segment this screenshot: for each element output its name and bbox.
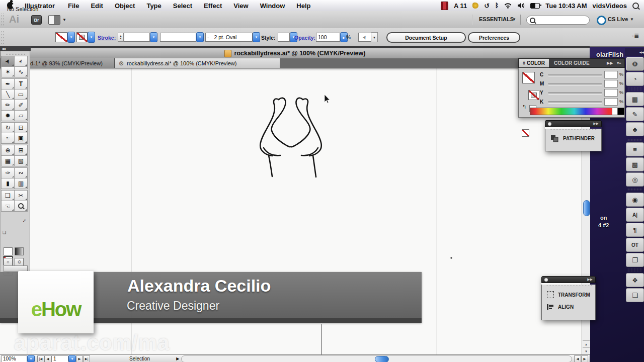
menu-item-type[interactable]: Type — [146, 2, 161, 10]
color-spectrum-bar[interactable] — [530, 108, 612, 115]
document-tab-active[interactable]: ⊗ rockabillydress.ai* @ 100% (CMYK/Previ… — [115, 58, 280, 68]
type-tool[interactable]: T — [14, 78, 28, 89]
notification-status-icon[interactable] — [472, 3, 478, 9]
transform-titlebar[interactable]: ▶▶ — [541, 276, 596, 283]
film-status-icon[interactable] — [441, 2, 448, 10]
menu-item-window[interactable]: Window — [260, 2, 285, 10]
direct-selection-tool[interactable]: ➣ — [14, 56, 28, 67]
channel-slider[interactable] — [548, 92, 602, 95]
opacity-field[interactable]: 100 — [316, 33, 340, 42]
scroll-left-icon[interactable]: ◀ — [574, 355, 581, 362]
symbols-panel-icon[interactable]: ♣ — [626, 122, 644, 136]
workspace-caret[interactable]: ▼ — [512, 17, 516, 22]
hand-tool[interactable]: ☜ — [1, 201, 15, 212]
panel-cycle-icon[interactable]: ◊ — [523, 60, 525, 66]
stroke-weight-field[interactable] — [124, 33, 150, 42]
brushes-panel-icon[interactable]: ✎ — [626, 107, 644, 121]
stroke-panel-icon[interactable]: ≡ — [626, 142, 644, 156]
select-similar-caret[interactable]: ▼ — [371, 32, 378, 42]
variable-width-control[interactable] — [160, 33, 204, 42]
scroll-down-icon[interactable]: ▼ — [583, 347, 590, 354]
volume-icon[interactable] — [517, 3, 525, 9]
panel-expand-icon[interactable]: ▶▶ — [593, 122, 599, 126]
width-tool[interactable]: ≈ — [1, 133, 15, 144]
eyedropper-tool[interactable]: ✑ — [1, 167, 15, 178]
layers-panel-icon[interactable]: ❖ — [626, 273, 644, 287]
last-artboard-icon[interactable]: ▶| — [83, 355, 90, 362]
bluetooth-icon[interactable]: ᛒ — [495, 2, 499, 9]
color-mode-button[interactable] — [4, 247, 13, 255]
paragraph-panel-icon[interactable]: ¶ — [626, 223, 644, 237]
document-title-bar[interactable]: rockabillydress.ai* @ 100% (CMYK/Preview… — [0, 48, 590, 59]
gradient-mode-button[interactable] — [15, 247, 24, 255]
pathfinder-label[interactable]: PATHFINDER — [563, 136, 595, 141]
blend-tool[interactable]: ∾ — [14, 167, 28, 178]
stroke-weight-dropdown-icon[interactable] — [150, 32, 157, 42]
align-label[interactable]: ALIGN — [558, 304, 574, 310]
graphic-styles-panel-icon[interactable]: ❐ — [626, 253, 644, 267]
paintbrush-tool[interactable]: ✏ — [1, 100, 15, 111]
panel-expand-icon[interactable]: ▶▶ — [607, 61, 613, 65]
appearance-panel-icon[interactable]: ◉ — [626, 193, 644, 207]
perspective-grid-tool[interactable]: ⊞ — [14, 145, 28, 156]
tab-color-guide[interactable]: COLOR GUIDE — [549, 60, 595, 66]
channel-slider[interactable] — [548, 83, 602, 85]
channel-value-field[interactable] — [604, 71, 618, 78]
spectrum-none-swatch[interactable] — [522, 129, 529, 137]
menu-item-file[interactable]: File — [68, 2, 79, 10]
previous-artboard-icon[interactable]: ◀ — [44, 355, 51, 362]
sync-status-icon[interactable]: ↺ — [484, 2, 490, 10]
battery-icon[interactable] — [530, 3, 540, 9]
opacity-control[interactable]: 100 — [316, 33, 348, 42]
pen-tool[interactable]: ✒ — [1, 78, 15, 89]
first-artboard-icon[interactable]: |◀ — [37, 355, 44, 362]
document-setup-button[interactable]: Document Setup — [386, 32, 466, 43]
menu-item-select[interactable]: Select — [173, 2, 192, 10]
zoom-tool[interactable] — [14, 201, 28, 212]
search-input[interactable] — [526, 16, 590, 25]
stroke-dropdown-icon[interactable] — [88, 32, 95, 43]
tools-panel-collapse[interactable]: ◀◀ — [0, 46, 31, 51]
zoom-level-field[interactable]: 100% — [1, 355, 27, 362]
vertical-scrollbar-thumb[interactable] — [583, 200, 590, 216]
channel-value-field[interactable] — [604, 89, 618, 97]
draw-normal-button[interactable]: ○ — [4, 258, 13, 266]
menu-item-object[interactable]: Object — [115, 2, 135, 10]
artboards-panel-icon[interactable]: ❏ — [626, 288, 644, 302]
panel-expand-icon[interactable]: ▶▶ — [587, 278, 593, 282]
zoom-dropdown-icon[interactable] — [27, 355, 35, 362]
selection-tool[interactable]: ➤ — [1, 56, 15, 67]
mesh-tool[interactable]: ▦ — [1, 155, 15, 166]
lasso-tool[interactable]: ∿ — [14, 66, 28, 77]
arrange-documents-caret[interactable]: ▼ — [62, 18, 66, 22]
gradient-panel-icon[interactable]: ▩ — [626, 157, 644, 171]
spotlight-icon[interactable] — [632, 3, 639, 9]
character-panel-icon[interactable]: A| — [626, 208, 644, 222]
free-transform-tool[interactable]: ▣ — [14, 133, 28, 144]
menu-item-edit[interactable]: Edit — [91, 2, 103, 10]
select-similar-control[interactable]: ➤ ▼ — [358, 33, 378, 42]
symbol-sprayer-tool[interactable]: ▮ — [1, 178, 15, 189]
wifi-icon[interactable] — [504, 3, 512, 9]
stroke-stepper-icon[interactable]: ▲▼ — [118, 33, 124, 42]
stroke-weight-control[interactable]: ▲▼ — [118, 33, 157, 42]
horizontal-scrollbar[interactable] — [181, 355, 572, 362]
artboard-number-field[interactable]: 1 — [51, 355, 68, 362]
draw-behind-button[interactable]: ⊙ — [15, 258, 24, 266]
scroll-up-icon[interactable]: ▲ — [583, 340, 590, 347]
color-guide-panel-icon[interactable]: ◔ — [626, 72, 644, 86]
default-fill-stroke-icon[interactable]: ❏ — [3, 230, 6, 235]
shape-builder-tool[interactable]: ⊕ — [1, 145, 15, 156]
panel-close-button[interactable] — [544, 278, 548, 282]
preferences-button[interactable]: Preferences — [468, 32, 520, 43]
artboard-tool[interactable]: ❏ — [1, 190, 15, 201]
stroke-color-control[interactable] — [76, 32, 95, 42]
horizontal-scrollbar-thumb[interactable] — [375, 356, 389, 362]
gradient-tool[interactable]: ▧ — [14, 155, 28, 166]
panel-close-button[interactable] — [548, 122, 551, 126]
eraser-tool[interactable]: ▱ — [14, 110, 28, 121]
opentype-panel-icon[interactable]: OT — [626, 238, 644, 252]
line-segment-tool[interactable]: ╲ — [1, 89, 15, 100]
arrange-documents-icon[interactable] — [48, 15, 60, 25]
opacity-label[interactable]: Opacity: — [294, 35, 315, 41]
